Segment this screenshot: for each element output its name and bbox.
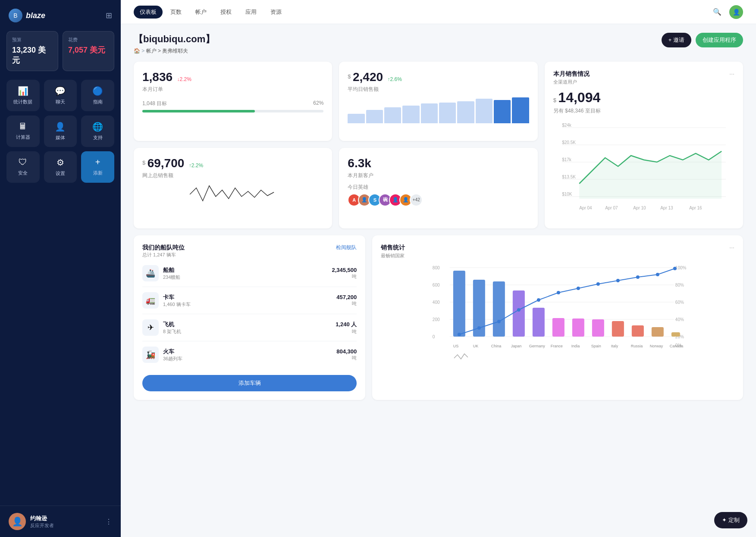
user-menu-icon[interactable]: ⋮ [105,518,112,526]
online-sales-change: ↑2.2% [189,162,203,169]
breadcrumb-home[interactable]: 🏠 [134,48,140,54]
fleet-name-2: 飞机 [163,321,181,328]
sidebar: B blaze ⊞ 预算 13,230 美元 花费 7,057 美元 📊 统计数… [0,0,121,537]
nav-grid: 📊 统计数据💬 聊天🔵 指南🖩 计算器👤 媒体🌐 支持🛡 安全⚙ 设置+ 添新 [0,80,121,187]
mini-bar-5 [439,103,456,123]
online-sales-card: $ 69,700 ↑2.2% 网上总销售额 [134,148,332,229]
content-area: 【biqubiqu.com】 🏠 > 帐户 > 奥弗维耶夫 + 邀请 创建应用程… [121,24,756,537]
svg-text:Apr 10: Apr 10 [633,206,646,210]
expense-value: 7,057 美元 [68,45,109,55]
fleet-num-0: 2,345,500 [332,267,357,273]
main-area: 仪表板页数帐户授权应用资源 🔍 👤 【biqubiqu.com】 🏠 > 帐户 … [121,0,756,537]
svg-text:Germany: Germany [529,344,546,348]
svg-text:$10K: $10K [562,192,572,197]
search-icon[interactable]: 🔍 [710,5,724,19]
nav-item-stats[interactable]: 📊 统计数据 [6,80,40,111]
expense-label: 花费 [68,37,109,43]
fleet-link[interactable]: 检阅舰队 [336,244,357,251]
svg-text:Japan: Japan [511,344,522,348]
user-role: 反应开发者 [30,522,101,529]
svg-point-55 [673,267,677,270]
user-avatar-small[interactable]: 👤 [729,5,743,19]
tab-应用[interactable]: 应用 [239,6,263,19]
svg-point-44 [458,333,461,336]
create-app-button[interactable]: 创建应用程序 [696,33,743,47]
invite-button[interactable]: + 邀请 [662,33,691,47]
orders-label: 本月订单 [142,86,323,93]
tab-仪表板[interactable]: 仪表板 [134,6,163,19]
fleet-name-3: 火车 [163,348,182,356]
fleet-item-left: 🚛 卡车 1,460 辆卡车 [142,292,191,309]
sales-stats-menu[interactable]: ··· [729,244,734,251]
calculator-label: 计算器 [16,134,30,140]
sales-bar-chart: 800 600 400 200 0 100% 80% 60% 40% 20% 0… [381,259,734,371]
fleet-info-2: 飞机 8 架飞机 [163,321,181,335]
svg-point-45 [477,326,481,330]
settings-label: 设置 [56,170,65,177]
fleet-info-0: 船舶 234艘船 [163,266,180,281]
fleet-value-3: 804,300 吨 [336,348,357,361]
svg-text:Spain: Spain [591,344,601,348]
svg-point-54 [656,273,659,276]
breadcrumb: 🏠 > 帐户 > 奥弗维耶夫 [134,47,215,55]
stats-label: 统计数据 [13,99,32,105]
nav-item-calculator[interactable]: 🖩 计算器 [6,116,40,147]
nav-item-add[interactable]: + 添新 [81,151,114,183]
fleet-items: 🚢 船舶 234艘船 2,345,500 吨 🚛 卡车 1,460 辆卡车 45… [142,260,357,368]
svg-text:China: China [491,344,502,348]
monthly-sales-card: 本月销售情况 全渠道用户 ··· $ 14,094 另有 $48,346 至目标 [545,62,743,228]
fleet-icon-1: 🚛 [142,292,159,309]
svg-text:400: 400 [433,300,440,305]
daily-sales-change: ↑2.6% [388,76,402,82]
fleet-num-1: 457,200 [336,294,357,300]
daily-sales-label: 平均日销售额 [348,86,529,93]
fleet-name-1: 卡车 [163,293,191,301]
wave-chart [142,179,323,209]
header-actions: + 邀请 创建应用程序 [662,33,743,47]
security-icon: 🛡 [19,157,27,167]
sales-stats-card: 销售统计 最畅销国家 ··· 800 600 400 [372,235,743,400]
nav-item-chat[interactable]: 💬 聊天 [44,80,77,111]
tab-帐户[interactable]: 帐户 [189,6,213,19]
nav-item-media[interactable]: 👤 媒体 [44,116,77,147]
add-vehicle-button[interactable]: 添加车辆 [142,375,357,391]
nav-item-support[interactable]: 🌐 支持 [81,116,114,147]
svg-rect-35 [513,290,525,337]
svg-text:US: US [453,344,459,348]
sales-target-text: 另有 $48,346 至目标 [553,107,734,115]
orders-target: 1,048 目标 62% [142,100,323,107]
fleet-item-3: 🚂 火车 36趟列车 804,300 吨 [142,341,357,368]
user-name: 约翰逊 [30,515,101,522]
mini-bar-0 [348,114,364,123]
page-header: 【biqubiqu.com】 🏠 > 帐户 > 奥弗维耶夫 + 邀请 创建应用程… [134,33,743,55]
add-label: 添新 [93,170,103,176]
fleet-num-2: 1,240 人 [336,321,357,328]
svg-text:0: 0 [433,334,435,339]
mini-bar-4 [421,103,438,123]
tune-icon[interactable]: ⊞ [106,11,112,20]
new-customers-number: 6.3k [348,156,371,170]
nav-item-settings[interactable]: ⚙ 设置 [44,151,77,183]
tab-资源[interactable]: 资源 [264,6,288,19]
svg-text:$20.5K: $20.5K [562,140,576,145]
svg-rect-43 [671,332,680,337]
svg-rect-34 [493,281,505,337]
svg-point-50 [577,287,580,290]
settings-icon: ⚙ [56,157,64,168]
tab-授权[interactable]: 授权 [214,6,238,19]
nav-item-security[interactable]: 🛡 安全 [6,151,40,183]
bottom-grid: 我们的船队吨位 总计 1,247 辆车 检阅舰队 🚢 船舶 234艘船 2,34… [134,235,743,400]
nav-item-guide[interactable]: 🔵 指南 [81,80,114,111]
svg-text:France: France [551,344,563,348]
customize-button[interactable]: ✦ 定制 [714,512,747,528]
media-icon: 👤 [55,122,66,132]
monthly-menu-icon[interactable]: ··· [729,70,734,77]
user-info: 约翰逊 反应开发者 [30,515,101,529]
daily-sales-number: 2,420 [353,70,383,84]
svg-rect-37 [552,318,565,337]
svg-text:600: 600 [433,283,440,287]
avatar: 👤 [9,513,26,530]
svg-text:$24k: $24k [562,123,572,128]
fleet-unit-3: 吨 [336,355,357,361]
tab-页数[interactable]: 页数 [164,6,188,19]
